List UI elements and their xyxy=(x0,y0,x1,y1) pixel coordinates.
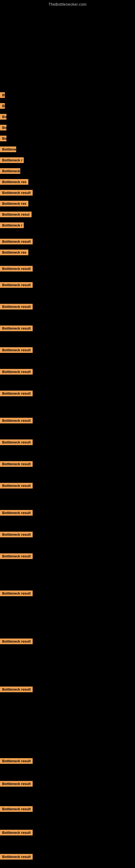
bottleneck-result-badge: Bottleneck result xyxy=(0,266,33,272)
bottleneck-result-badge: Bottleneck result xyxy=(0,326,33,331)
bottleneck-result-badge: Bottleneck result xyxy=(0,439,33,445)
bottleneck-result-badge: Bottleneck result xyxy=(0,239,33,244)
bottleneck-result-badge: Bottleneck xyxy=(0,168,20,174)
bottleneck-result-badge: Bottleneck result xyxy=(0,391,33,396)
bottleneck-result-badge: Bottleneck result xyxy=(0,347,33,353)
bottleneck-result-badge: Bottlene xyxy=(0,147,16,152)
bottleneck-result-badge: Bottleneck result xyxy=(0,830,33,835)
bottleneck-result-badge: Bottleneck resul xyxy=(0,212,32,217)
bottleneck-result-badge: Bottleneck result xyxy=(0,639,33,644)
bottleneck-result-badge: B xyxy=(0,92,5,98)
bottleneck-result-badge: Bottleneck result xyxy=(0,418,33,424)
bottleneck-result-badge: Bottleneck result xyxy=(0,282,33,288)
bottleneck-result-badge: Bo xyxy=(0,125,6,130)
bottleneck-result-badge: Bottleneck result xyxy=(0,369,33,375)
bottleneck-result-badge: Bottleneck r xyxy=(0,222,24,228)
bottleneck-result-badge: Bottleneck r xyxy=(0,157,24,163)
bottleneck-result-badge: Bottleneck result xyxy=(0,686,33,692)
site-title: TheBottlenecker.com xyxy=(0,0,135,6)
bottleneck-result-badge: Bottleneck result xyxy=(0,590,33,596)
bottleneck-result-badge: Bottleneck result xyxy=(0,304,33,310)
bottleneck-result-badge: Bottleneck result xyxy=(0,483,33,489)
bottleneck-result-badge: Bottleneck result xyxy=(0,553,33,559)
bottleneck-result-badge: Bottleneck result xyxy=(0,532,33,537)
bottleneck-result-badge: Bottleneck result xyxy=(0,781,33,786)
bottleneck-result-badge: Bottleneck result xyxy=(0,190,33,195)
bottleneck-result-badge: Bottleneck result xyxy=(0,854,33,860)
bottleneck-result-badge: B xyxy=(0,103,5,109)
bottleneck-result-badge: Bo xyxy=(0,135,6,141)
bottleneck-result-badge: Bottleneck result xyxy=(0,510,33,516)
bottleneck-result-badge: Bottleneck res xyxy=(0,179,28,185)
bottleneck-result-badge: Bottleneck result xyxy=(0,806,33,812)
bottleneck-result-badge: Bottleneck result xyxy=(0,758,33,764)
bottleneck-result-badge: Bottleneck res xyxy=(0,250,28,255)
bottleneck-result-badge: Bottleneck res xyxy=(0,201,28,207)
bottleneck-result-badge: Bo xyxy=(0,114,6,120)
bottleneck-result-badge: Bottleneck result xyxy=(0,461,33,467)
